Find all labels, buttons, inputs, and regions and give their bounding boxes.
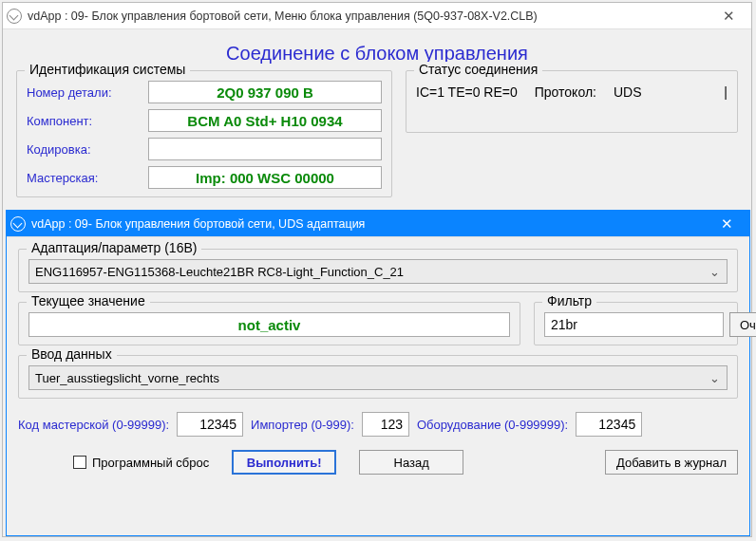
window-uds-adaptation: vdApp : 09- Блок управления бортовой сет…: [6, 210, 750, 536]
equipment-input[interactable]: [576, 412, 642, 437]
app-icon: [7, 9, 22, 24]
filter-legend: Фильтр: [542, 293, 596, 308]
coding-field: [148, 138, 382, 160]
current-value-legend: Текущее значение: [27, 293, 150, 308]
workshop-field: Imp: 000 WSC 00000: [148, 166, 382, 189]
status-counters: IC=1 TE=0 RE=0: [416, 84, 518, 100]
back-button[interactable]: Назад: [359, 450, 463, 475]
filter-input[interactable]: [544, 312, 724, 337]
status-trailing: |: [724, 84, 728, 100]
workshop-codes-row: Код мастерской (0-99999): Импортер (0-99…: [18, 412, 738, 437]
workshop-label: Мастерская:: [27, 171, 141, 185]
identification-group: Идентификация системы Номер детали: 2Q0 …: [16, 70, 392, 197]
adaptation-value: ENG116957-ENG115368-Leuchte21BR RC8-Ligh…: [35, 265, 708, 279]
app-icon: [10, 216, 26, 232]
part-number-field: 2Q0 937 090 B: [148, 81, 382, 103]
execute-button[interactable]: Выполнить!: [232, 450, 336, 475]
part-number-label: Номер детали:: [27, 85, 141, 100]
clear-button[interactable]: Очистить: [729, 312, 756, 337]
software-reset-label: Программный сброс: [92, 456, 209, 470]
input-data-group: Ввод данных Tuer_ausstiegslicht_vorne_re…: [18, 355, 738, 399]
coding-label: Кодировка:: [27, 142, 141, 157]
filter-group: Фильтр Очистить: [534, 302, 738, 345]
component-field: BCM A0 Std+ H10 0934: [148, 109, 382, 132]
adaptation-legend: Адаптация/параметр (16B): [27, 240, 201, 255]
chevron-down-icon: ⌄: [708, 371, 721, 385]
importer-input[interactable]: [362, 412, 409, 437]
add-to-log-button[interactable]: Добавить в журнал: [605, 450, 738, 475]
close-icon[interactable]: ✕: [709, 3, 747, 28]
input-data-legend: Ввод данных: [27, 346, 117, 362]
workshop-code-input[interactable]: [177, 412, 243, 437]
window-title-back: vdApp : 09- Блок управления бортовой сет…: [28, 9, 709, 23]
software-reset-checkbox[interactable]: Программный сброс: [73, 456, 209, 470]
current-value-field: not_activ: [28, 312, 510, 337]
connection-status-legend: Статус соединения: [414, 62, 542, 77]
identification-legend: Идентификация системы: [25, 62, 190, 77]
titlebar-back[interactable]: vdApp : 09- Блок управления бортовой сет…: [3, 3, 751, 29]
workshop-code-label: Код мастерской (0-99999):: [18, 418, 169, 432]
action-row: Программный сброс Выполнить! Назад Добав…: [18, 450, 738, 475]
chevron-down-icon: ⌄: [708, 265, 721, 279]
importer-label: Импортер (0-999):: [251, 418, 354, 432]
input-data-value: Tuer_ausstiegslicht_vorne_rechts: [35, 371, 708, 385]
adaptation-group: Адаптация/параметр (16B) ENG116957-ENG11…: [18, 249, 738, 292]
protocol-value: UDS: [614, 84, 642, 100]
input-data-combo[interactable]: Tuer_ausstiegslicht_vorne_rechts ⌄: [28, 365, 728, 390]
component-label: Компонент:: [27, 114, 141, 128]
adaptation-combo[interactable]: ENG116957-ENG115368-Leuchte21BR RC8-Ligh…: [28, 259, 728, 284]
current-value-group: Текущее значение not_activ: [18, 302, 520, 345]
titlebar-front[interactable]: vdApp : 09- Блок управления бортовой сет…: [7, 211, 749, 237]
window-title-front: vdApp : 09- Блок управления бортовой сет…: [31, 217, 708, 231]
checkbox-icon: [73, 456, 86, 469]
close-icon[interactable]: ✕: [708, 211, 746, 236]
protocol-label: Протокол:: [535, 84, 596, 100]
equipment-label: Оборудование (0-999999):: [417, 418, 568, 432]
connection-status-group: Статус соединения IC=1 TE=0 RE=0 Протоко…: [406, 70, 738, 133]
